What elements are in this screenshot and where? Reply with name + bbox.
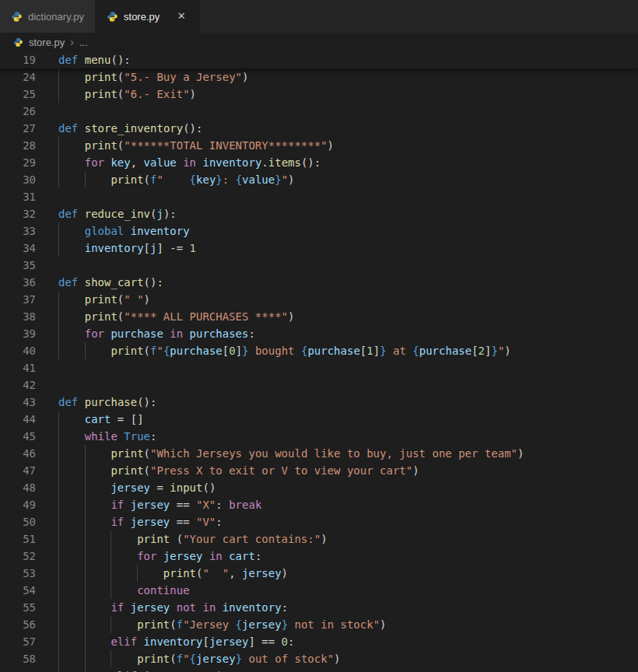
line-number[interactable]: 48 (0, 479, 36, 496)
line-number[interactable]: 36 (0, 274, 36, 291)
line-number[interactable]: 43 (0, 394, 36, 411)
code-line[interactable]: 46print("Which Jerseys you would like to… (0, 445, 638, 462)
line-number[interactable]: 50 (0, 513, 36, 530)
line-number[interactable]: 24 (0, 68, 36, 86)
code-line[interactable]: 32def reduce_inv(j): (0, 205, 638, 222)
line-number[interactable]: 41 (0, 359, 36, 376)
line-number[interactable]: 40 (0, 342, 36, 359)
sticky-scroll[interactable]: 19def menu(): (0, 51, 638, 68)
code-line[interactable]: 29for key, value in inventory.items(): (0, 154, 638, 171)
line-number[interactable]: 28 (0, 137, 36, 154)
code-line[interactable]: 55if jersey not in inventory: (0, 599, 638, 616)
token: jersey (209, 635, 249, 648)
line-number[interactable]: 51 (0, 530, 36, 548)
close-icon[interactable]: ✕ (174, 9, 188, 23)
code-line[interactable]: 50if jersey == "V": (0, 513, 638, 530)
token: } (275, 173, 281, 186)
line-number[interactable]: 54 (0, 582, 36, 599)
token: inventory (144, 635, 203, 648)
code-line[interactable]: 30print(f" {key}: {value}") (0, 171, 638, 188)
code-line[interactable]: 45while True: (0, 428, 638, 445)
token: "Which Jerseys you would like to buy, ju… (150, 447, 517, 460)
code-line[interactable]: 41 (0, 359, 638, 376)
line-number[interactable]: 25 (0, 86, 36, 103)
indent-guide (85, 548, 86, 565)
code-text: def store_inventory(): (58, 120, 202, 137)
line-number[interactable]: 46 (0, 445, 36, 462)
line-number[interactable]: 52 (0, 548, 36, 565)
token: j (156, 208, 163, 220)
code-line[interactable]: 51print ("Your cart contains:") (0, 530, 638, 548)
code-line[interactable]: 37print(" ") (0, 291, 638, 308)
breadcrumb-more[interactable]: ... (79, 37, 88, 48)
code-line[interactable]: 42 (0, 376, 638, 394)
code-line[interactable]: 25print("6.- Exit") (0, 86, 638, 103)
line-number[interactable]: 39 (0, 325, 36, 342)
line-number[interactable]: 30 (0, 171, 36, 188)
line-number[interactable]: 35 (0, 257, 36, 274)
code-line[interactable]: 36def show_cart(): (0, 274, 638, 291)
code-line[interactable]: 57elif inventory[jersey] == 0: (0, 633, 638, 650)
tab-dictionary[interactable]: dictionary.py (0, 0, 96, 33)
token: ( (170, 653, 176, 665)
line-number[interactable]: 34 (0, 240, 36, 257)
line-number[interactable]: 49 (0, 496, 36, 513)
line-number[interactable]: 26 (0, 103, 36, 120)
line-number[interactable]: 42 (0, 376, 36, 394)
code-line[interactable]: 59elif jersey not in cart: (0, 667, 638, 672)
code-line[interactable]: 33global inventory (0, 222, 638, 240)
code-line[interactable]: 56print(f"Jersey {jersey} not in stock") (0, 616, 638, 633)
code-line[interactable]: 43def purchase(): (0, 394, 638, 411)
code-text: def reduce_inv(j): (58, 205, 177, 222)
code-line[interactable]: 35 (0, 257, 638, 274)
code-line[interactable]: 47print("Press X to exit or V to view yo… (0, 462, 638, 479)
token: : (216, 499, 229, 511)
code-line[interactable]: 39for purchase in purchases: (0, 325, 638, 342)
code-line[interactable]: 26 (0, 103, 638, 120)
token (78, 396, 84, 408)
line-number[interactable]: 57 (0, 633, 36, 650)
code-line[interactable]: 40print(f"{purchase[0]} bought {purchase… (0, 342, 638, 359)
token: ( (144, 345, 150, 357)
line-number[interactable]: 32 (0, 205, 36, 222)
code-line[interactable]: 24print("5.- Buy a Jersey") (0, 68, 638, 86)
code-line[interactable]: 28print("******TOTAL INVENTORY********") (0, 137, 638, 154)
line-number[interactable]: 38 (0, 308, 36, 325)
code-line[interactable]: 19def menu(): (0, 51, 638, 68)
code-line[interactable]: 34inventory[j] -= 1 (0, 240, 638, 257)
line-number[interactable]: 19 (0, 51, 36, 68)
line-number[interactable]: 31 (0, 188, 36, 205)
line-number[interactable]: 58 (0, 650, 36, 667)
token: ] == (248, 635, 281, 648)
code-line[interactable]: 31 (0, 188, 638, 205)
code-line[interactable]: 49if jersey == "X": break (0, 496, 638, 513)
line-number[interactable]: 55 (0, 599, 36, 616)
code-line[interactable]: 27def store_inventory(): (0, 120, 638, 137)
line-number[interactable]: 45 (0, 428, 36, 445)
line-number[interactable]: 29 (0, 154, 36, 171)
token: continue (137, 584, 189, 597)
indent-guide (85, 616, 86, 633)
token: ( (144, 173, 150, 186)
code-line[interactable]: 44cart = [] (0, 411, 638, 428)
line-number[interactable]: 47 (0, 462, 36, 479)
code-line[interactable]: 38print("**** ALL PURCHASES ****") (0, 308, 638, 325)
line-number[interactable]: 53 (0, 565, 36, 582)
token: [ (144, 242, 150, 254)
tab-store[interactable]: store.py ✕ (96, 0, 200, 33)
line-number[interactable]: 56 (0, 616, 36, 633)
token (177, 156, 183, 169)
token: { (236, 173, 242, 186)
breadcrumb-file[interactable]: store.py (29, 37, 65, 48)
python-icon (13, 37, 23, 47)
code-line[interactable]: 52for jersey in cart: (0, 548, 638, 565)
code-line[interactable]: 58print(f"{jersey} out of stock") (0, 650, 638, 667)
code-line[interactable]: 53print(" ", jersey) (0, 565, 638, 582)
code-line[interactable]: 48jersey = input() (0, 479, 638, 496)
code-line[interactable]: 54continue (0, 582, 638, 599)
line-number[interactable]: 37 (0, 291, 36, 308)
line-number[interactable]: 33 (0, 222, 36, 240)
line-number[interactable]: 59 (0, 667, 36, 672)
line-number[interactable]: 27 (0, 120, 36, 137)
line-number[interactable]: 44 (0, 411, 36, 428)
